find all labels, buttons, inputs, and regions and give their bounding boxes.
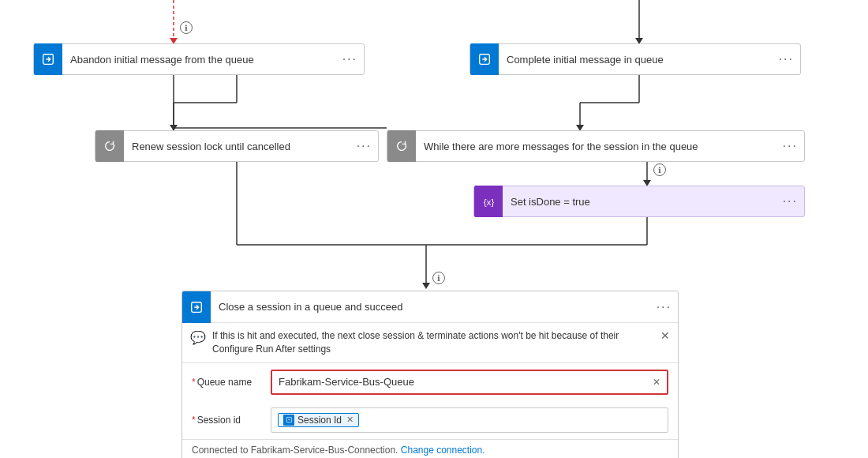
abandon-label: Abandon initial message from the queue [62,54,336,66]
setdone-label: Set isDone = true [503,196,776,208]
warning-close-button[interactable]: ✕ [660,329,670,342]
change-connection-link[interactable]: Change connection. [401,445,485,456]
session-id-label: *Session id [192,415,263,426]
complete-menu[interactable]: ··· [773,52,800,66]
complete-icon [470,43,499,75]
queue-required-star: * [192,377,196,388]
setdone-node[interactable]: {x} Set isDone = true ··· [473,186,805,217]
svg-marker-23 [422,283,430,289]
svg-text:{x}: {x} [484,197,495,207]
close-session-header: Close a session in a queue and succeed ·… [182,291,678,323]
workflow-canvas: ℹ ℹ ℹ Abandon initial message from the q… [0,0,868,458]
renew-menu[interactable]: ··· [350,139,378,153]
queue-name-input[interactable]: Fabrikam-Service-Bus-Queue ✕ [271,370,668,395]
info-icon-close: ℹ [432,272,445,284]
setdone-icon: {x} [474,186,503,217]
while-icon [387,130,416,162]
info-icon-top: ℹ [180,21,193,34]
abandon-icon [34,43,62,75]
warning-bar: 💬 If this is hit and executed, the next … [182,323,678,363]
session-required-star: * [192,415,196,426]
renew-node[interactable]: Renew session lock until cancelled ··· [95,130,379,162]
queue-name-label: *Queue name [192,377,263,388]
while-node[interactable]: While there are more messages for the se… [387,130,805,162]
queue-name-clear-button[interactable]: ✕ [653,377,660,388]
session-token-label: Session Id [297,415,342,426]
session-token-icon [283,415,294,426]
close-session-icon [182,291,211,323]
warning-text: If this is hit and executed, the next cl… [212,329,654,356]
renew-icon [95,130,124,162]
queue-name-value: Fabrikam-Service-Bus-Queue [279,376,414,388]
session-id-input[interactable]: Session Id ✕ [271,407,668,433]
close-session-title: Close a session in a queue and succeed [211,301,650,313]
close-session-menu[interactable]: ··· [650,300,678,314]
session-token-close-button[interactable]: ✕ [346,415,354,425]
footer-text: Connected to Fabrikam-Service-Bus-Connec… [192,445,398,456]
complete-node[interactable]: Complete initial message in queue ··· [470,43,801,75]
abandon-node[interactable]: Abandon initial message from the queue ·… [33,43,365,75]
session-id-row: *Session id Session Id ✕ [182,401,678,439]
info-icon-while: ℹ [653,163,666,176]
warning-icon: 💬 [190,330,206,345]
queue-name-row: *Queue name Fabrikam-Service-Bus-Queue ✕ [182,363,678,401]
setdone-menu[interactable]: ··· [776,194,804,208]
abandon-menu[interactable]: ··· [336,52,364,66]
renew-label: Renew session lock until cancelled [124,141,350,152]
close-session-card: Close a session in a queue and succeed ·… [181,291,679,458]
session-id-token[interactable]: Session Id ✕ [278,413,359,427]
footer-row: Connected to Fabrikam-Service-Bus-Connec… [182,439,678,458]
while-label: While there are more messages for the se… [416,141,776,152]
complete-label: Complete initial message in queue [499,54,773,66]
while-menu[interactable]: ··· [776,139,804,153]
